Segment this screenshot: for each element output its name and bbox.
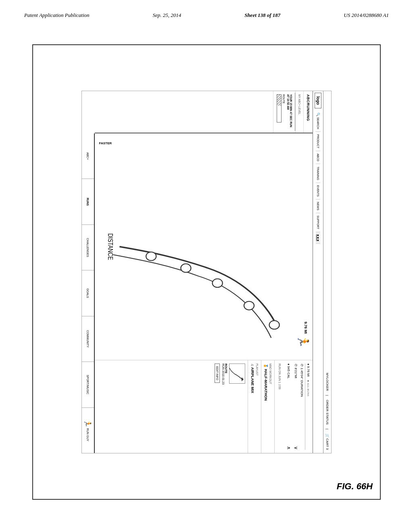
separator1: | (325, 395, 329, 396)
main-route-area: 🏃 9.76 MI (95, 133, 313, 360)
left-sidebar: ABCRUNNING MY ABC+ LEVEL YOUR 15 MIN 47 … (95, 91, 313, 133)
nav-search[interactable]: 🔍 SEARCH (315, 110, 321, 132)
route-thumbnail (229, 364, 245, 384)
tab-challenges[interactable]: CHALLENGES (82, 225, 94, 270)
nav-product[interactable]: PRODUCT (316, 132, 320, 151)
separator2: | (325, 429, 329, 430)
marker-4 (181, 264, 191, 272)
right-stats-panel: ♦ 9.76 MI ◄ ALL RUNS ⏱ 1:45'04" DURATION… (95, 360, 313, 453)
distance-display: 9.76 MI (304, 322, 308, 334)
activity-label: ABCRUNNING (306, 94, 310, 129)
calories-stat: ♦ 945 CAL ∧ (286, 364, 292, 450)
duration-stat: ⏱ 1:45'04" DURATION (300, 364, 304, 450)
marker-2 (244, 301, 254, 310)
workout-value[interactable]: 🏅 HALF-MARATHON (264, 364, 268, 450)
level-label: MY ABC+ LEVEL (298, 94, 301, 129)
progress-bar-container: ROUTE (277, 94, 285, 129)
nav-training[interactable]: TRAINING (316, 164, 320, 183)
search-icon: 🔍 (316, 112, 320, 116)
route-arrow (242, 377, 244, 381)
marker-5 (146, 252, 156, 260)
tab-abcplus[interactable]: ABC+ (82, 133, 94, 179)
account-bar: MYLOCKER | ORDER STATUS | 🛒 CART 3 (323, 91, 331, 453)
route-thumb-svg (229, 364, 245, 384)
distance-axis-label: DISTANCE (107, 233, 114, 260)
nav-abcd[interactable]: ABCD (316, 151, 320, 164)
top-nav: logo 🔍 SEARCH PRODUCT ABCD TRAINING (313, 91, 323, 453)
distance-stat: ♦ 9.76 MI ◄ ALL RUNS (307, 364, 310, 450)
workout-section: MNO WORKOUT 🏅 HALF-MARATHON (261, 360, 274, 453)
tab-runs[interactable]: RUNS (82, 179, 94, 224)
sidebar-activity: ABCRUNNING (303, 91, 313, 133)
patent-title: Patent Application Publication (24, 12, 90, 19)
pace-stat: ⏱ 8'21"MI ∨ (293, 364, 299, 450)
route-info-section: ROUTE RUN 2010.01.23 EDIT INFO (212, 360, 248, 453)
page: Patent Application Publication Sep. 25, … (0, 0, 413, 532)
patent-date: Sep. 25, 2014 (152, 12, 181, 19)
patent-header: Patent Application Publication Sep. 25, … (24, 12, 389, 19)
bottom-tab-bar: ABC+ RUNS CHALLENGES GOALS COMMUNITY (82, 133, 95, 453)
playlist-section: PLAYLIST ♫ AIRPLANE MIX (248, 360, 261, 453)
order-status-link[interactable]: ORDER STATUS (325, 400, 329, 424)
ui-rotated: MYLOCKER | ORDER STATUS | 🛒 CART 3 logo … (81, 91, 332, 453)
avatar-icon: 🏃 (84, 420, 92, 428)
nav-events[interactable]: EVENTS (316, 183, 320, 200)
tab-community[interactable]: COMMUNITY (82, 316, 94, 362)
run-info-text: YOUR 15 MIN 47 SEC RUN AT 10:52 AM (287, 94, 292, 129)
sidebar-run-info: YOUR 15 MIN 47 SEC RUN AT 10:52 AM ROUTE (273, 91, 295, 133)
marker-3 (213, 279, 223, 287)
route-label: ROUTE (282, 94, 285, 129)
figure-label: FIG. 66H (337, 481, 373, 492)
progress-fill (277, 95, 281, 106)
cart-button[interactable]: 🛒 CART 3 (325, 434, 329, 450)
mylocker-link[interactable]: MYLOCKER (325, 373, 329, 391)
nav-news[interactable]: NEWS (316, 200, 320, 213)
playlist-label: PLAYLIST (256, 364, 259, 450)
patent-sheet: Sheet 138 of 187 (244, 12, 280, 19)
progress-bar (277, 94, 282, 123)
tab-run-guy[interactable]: 🏃 RUN GUY (82, 408, 94, 453)
stats-section: ♦ 9.76 MI ◄ ALL RUNS ⏱ 1:45'04" DURATION… (274, 360, 313, 453)
nav-active[interactable]: ■ ■ ■ (316, 232, 320, 244)
edit-info-button[interactable]: EDIT INFO (215, 364, 220, 383)
workout-label: MNO WORKOUT (269, 364, 272, 450)
run-number: RUN 2010.01.23 (222, 364, 225, 450)
runner-figure: 🏃 (297, 335, 309, 348)
diagram-inner: MYLOCKER | ORDER STATUS | 🛒 CART 3 logo … (33, 45, 380, 499)
run-date: RUN ON JUN 1 1'09 (277, 364, 284, 450)
sidebar-level: MY ABC+ LEVEL (295, 91, 303, 133)
chevron-down-icon[interactable]: ∨ (293, 446, 299, 450)
chevron-up-icon[interactable]: ∧ (286, 446, 292, 450)
tab-goals[interactable]: GOALS (82, 270, 94, 316)
marker-1 (269, 321, 280, 329)
route-label-bottom: ROUTE (225, 364, 227, 450)
playlist-value[interactable]: ♫ AIRPLANE MIX (250, 364, 254, 450)
nav-support[interactable]: SUPPORT (316, 213, 320, 232)
tab-sport-music[interactable]: SPORT/MUSIC (82, 362, 94, 407)
nav-logo[interactable]: logo (315, 93, 321, 108)
route-svg: DISTANCE (107, 139, 296, 354)
diagram-container: MYLOCKER | ORDER STATUS | 🛒 CART 3 logo … (32, 44, 381, 500)
patent-number: US 2014/0288680 A1 (344, 12, 389, 19)
faster-label: FASTER (99, 141, 112, 145)
